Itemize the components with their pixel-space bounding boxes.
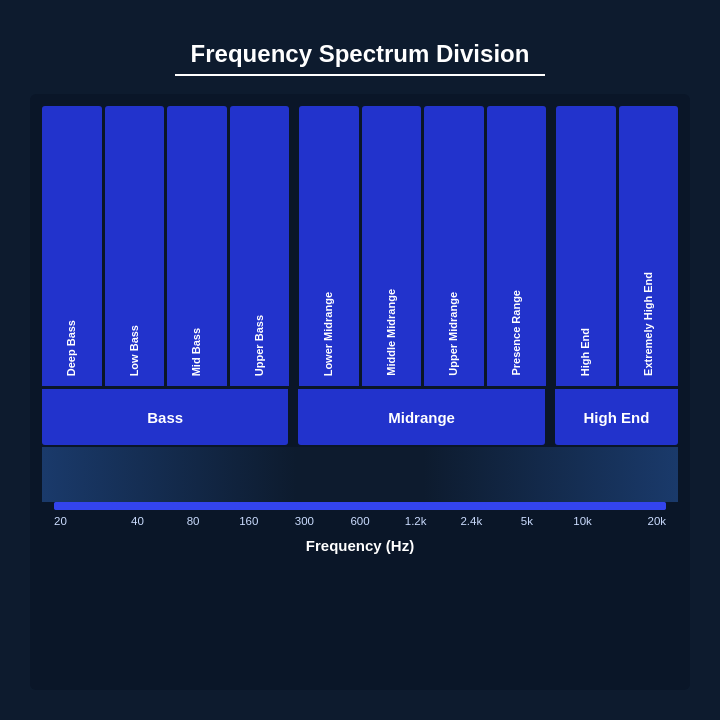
freq-seg-7 [423, 502, 482, 510]
divider-label-2 [548, 389, 552, 445]
bar-label-lower-midrange: Lower Midrange [322, 292, 335, 376]
x-axis-title: Frequency (Hz) [54, 537, 666, 558]
freq-label-160: 160 [221, 515, 277, 527]
freq-markers-row: 20 40 80 160 300 600 1.2k 2.4k 5k 10k 20… [42, 502, 678, 558]
group-midrange-label: Midrange [388, 409, 455, 426]
divider-bass-mid [292, 106, 296, 386]
freq-label-20: 20 [54, 515, 110, 527]
bar-label-low-bass: Low Bass [128, 325, 141, 376]
bar-label-extremely-high-end: Extremely High End [642, 272, 655, 376]
freq-seg-10 [608, 502, 667, 510]
freq-label-20k: 20k [610, 515, 666, 527]
freq-label-1k2: 1.2k [388, 515, 444, 527]
diagram-area: Deep Bass Low Bass Mid Bass Upper Bass L… [30, 94, 690, 690]
chart-container: Frequency Spectrum Division Deep Bass Lo… [20, 20, 700, 700]
bar-mid-bass: Mid Bass [167, 106, 227, 386]
freq-labels-row: 20 40 80 160 300 600 1.2k 2.4k 5k 10k 20… [54, 515, 666, 527]
freq-seg-8 [485, 502, 544, 510]
bar-extremely-high-end: Extremely High End [619, 106, 679, 386]
divider-label-1 [291, 389, 295, 445]
bar-middle-midrange: Middle Midrange [362, 106, 422, 386]
bar-high-end: High End [556, 106, 616, 386]
title-underline [175, 74, 545, 76]
bar-label-upper-midrange: Upper Midrange [447, 292, 460, 376]
bar-deep-bass: Deep Bass [42, 106, 102, 386]
freq-seg-9 [546, 502, 605, 510]
bar-lower-midrange: Lower Midrange [299, 106, 359, 386]
freq-bar-thin [54, 502, 666, 510]
freq-seg-5 [300, 502, 359, 510]
freq-seg-4 [239, 502, 298, 510]
freq-label-10k: 10k [555, 515, 611, 527]
bar-label-high-end: High End [579, 328, 592, 376]
freq-label-5k: 5k [499, 515, 555, 527]
bar-label-presence-range: Presence Range [510, 290, 523, 376]
freq-seg-6 [362, 502, 421, 510]
group-bass-label: Bass [147, 409, 183, 426]
bar-label-middle-midrange: Middle Midrange [385, 289, 398, 376]
bar-label-upper-bass: Upper Bass [253, 315, 266, 376]
bar-upper-bass: Upper Bass [230, 106, 290, 386]
freq-seg-2 [116, 502, 175, 510]
group-labels-section: Bass Midrange High End [42, 389, 678, 445]
group-bass: Bass [42, 389, 288, 445]
freq-label-80: 80 [165, 515, 221, 527]
freq-label-40: 40 [110, 515, 166, 527]
gradient-area [42, 447, 678, 502]
chart-title: Frequency Spectrum Division [191, 40, 530, 68]
freq-seg-3 [177, 502, 236, 510]
freq-label-2k4: 2.4k [443, 515, 499, 527]
group-highend: High End [555, 389, 678, 445]
group-highend-label: High End [584, 409, 650, 426]
top-bars-section: Deep Bass Low Bass Mid Bass Upper Bass L… [42, 106, 678, 386]
freq-seg-1 [54, 502, 113, 510]
group-midrange: Midrange [298, 389, 544, 445]
divider-mid-high [549, 106, 553, 386]
freq-label-300: 300 [277, 515, 333, 527]
bar-label-deep-bass: Deep Bass [65, 320, 78, 376]
bar-label-mid-bass: Mid Bass [190, 328, 203, 376]
freq-label-600: 600 [332, 515, 388, 527]
bar-low-bass: Low Bass [105, 106, 165, 386]
bar-presence-range: Presence Range [487, 106, 547, 386]
bar-upper-midrange: Upper Midrange [424, 106, 484, 386]
